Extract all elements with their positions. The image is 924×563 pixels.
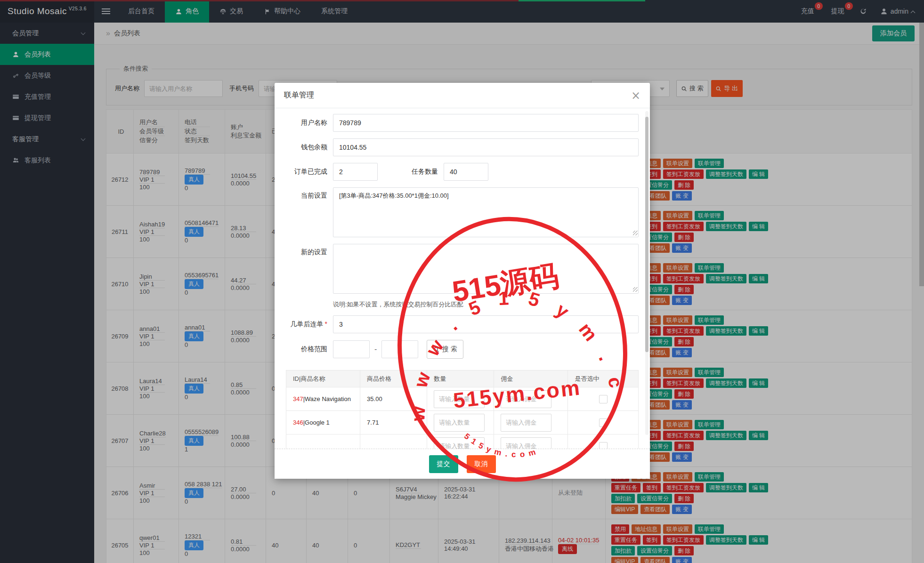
price-to-field[interactable] <box>381 340 418 358</box>
product-row: 347|Waze Navigation35.00 <box>286 387 639 411</box>
chain-after-field[interactable] <box>333 315 639 333</box>
product-column-header-0: ID|商品名称 <box>286 370 360 387</box>
username-label: 用户名称 <box>286 119 327 127</box>
product-table: ID|商品名称商品价格数量佣金是否选中347|Waze Navigation35… <box>286 370 639 449</box>
orders-done-label: 订单已完成 <box>286 168 327 176</box>
close-icon[interactable]: × <box>631 90 640 101</box>
select-cell <box>568 434 639 449</box>
required-asterisk: * <box>325 320 327 328</box>
product-column-header-2: 数量 <box>427 370 494 387</box>
chain-after-label: 几单后连单* <box>286 320 327 329</box>
select-cell <box>568 387 639 411</box>
linked-order-modal: 联单管理 × 用户名称 钱包余额 订单已完成 任务数量 当前设置 [第3单-商品… <box>275 83 650 479</box>
current-setting-field[interactable]: [第3单-商品:347价格:35.00*1佣金:10.00] <box>333 187 639 237</box>
product-column-header-4: 是否选中 <box>568 370 639 387</box>
product-column-header-1: 商品价格 <box>360 370 427 387</box>
product-price: 35.00 <box>360 387 427 411</box>
product-name: 347|Waze Navigation <box>286 387 360 411</box>
task-count-field[interactable] <box>444 163 488 181</box>
product-price <box>360 434 427 449</box>
product-name: 346|Google 1 <box>286 411 360 434</box>
price-from-field[interactable] <box>333 340 370 358</box>
price-search-button[interactable]: 搜 索 <box>427 340 463 359</box>
qty-cell <box>427 434 494 449</box>
wallet-label: 钱包余额 <box>286 143 327 152</box>
product-price: 7.71 <box>360 411 427 434</box>
select-checkbox[interactable] <box>599 395 608 403</box>
commission-cell <box>494 387 568 411</box>
current-setting-label: 当前设置 <box>286 192 327 200</box>
search-icon <box>433 346 439 353</box>
price-range-dash: - <box>374 345 377 354</box>
commission-input[interactable] <box>501 437 551 449</box>
commission-input[interactable] <box>501 390 551 408</box>
commission-input[interactable] <box>501 414 551 432</box>
cancel-button[interactable]: 取消 <box>467 455 496 473</box>
qty-input[interactable] <box>434 414 485 432</box>
wallet-field[interactable] <box>333 138 639 156</box>
product-row <box>286 434 639 449</box>
modal-scrollbar-thumb[interactable] <box>645 117 648 352</box>
task-count-label: 任务数量 <box>412 168 438 176</box>
setting-note: 说明:如果不设置，系统按照交易控制百分比匹配 <box>333 300 639 309</box>
product-row: 346|Google 17.71 <box>286 411 639 434</box>
price-range-label: 价格范围 <box>286 345 327 354</box>
commission-cell <box>494 434 568 449</box>
select-checkbox[interactable] <box>599 442 608 449</box>
commission-cell <box>494 411 568 434</box>
qty-input[interactable] <box>434 437 485 449</box>
select-checkbox[interactable] <box>599 418 608 427</box>
new-setting-field[interactable] <box>333 244 639 294</box>
modal-body: 用户名称 钱包余额 订单已完成 任务数量 当前设置 [第3单-商品:347价格:… <box>275 108 650 449</box>
modal-title: 联单管理 <box>284 90 314 100</box>
orders-done-field[interactable] <box>333 163 378 181</box>
new-setting-label: 新的设置 <box>286 248 327 257</box>
submit-button[interactable]: 提交 <box>429 455 458 473</box>
username-field[interactable] <box>333 114 639 132</box>
qty-cell <box>427 411 494 434</box>
product-name <box>286 434 360 449</box>
modal-header: 联单管理 × <box>275 83 650 108</box>
modal-footer: 提交 取消 <box>275 449 650 479</box>
qty-cell <box>427 387 494 411</box>
select-cell <box>568 411 639 434</box>
qty-input[interactable] <box>434 390 485 408</box>
modal-scrollbar[interactable] <box>645 111 648 435</box>
product-column-header-3: 佣金 <box>494 370 568 387</box>
